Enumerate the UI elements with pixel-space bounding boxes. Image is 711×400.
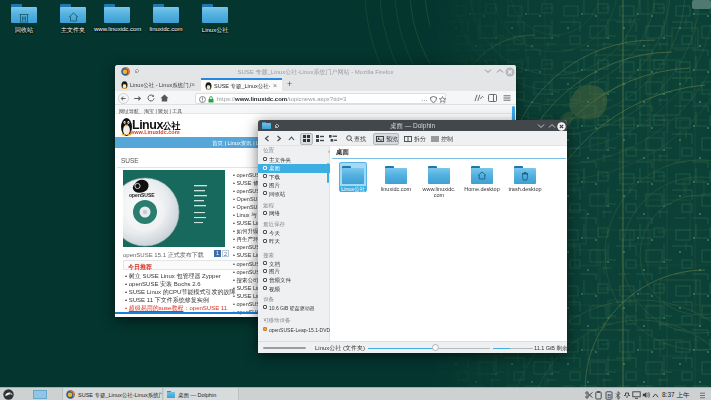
svg-text:B: B [607, 392, 611, 398]
svg-text:openSUSE: openSUSE [129, 192, 155, 198]
